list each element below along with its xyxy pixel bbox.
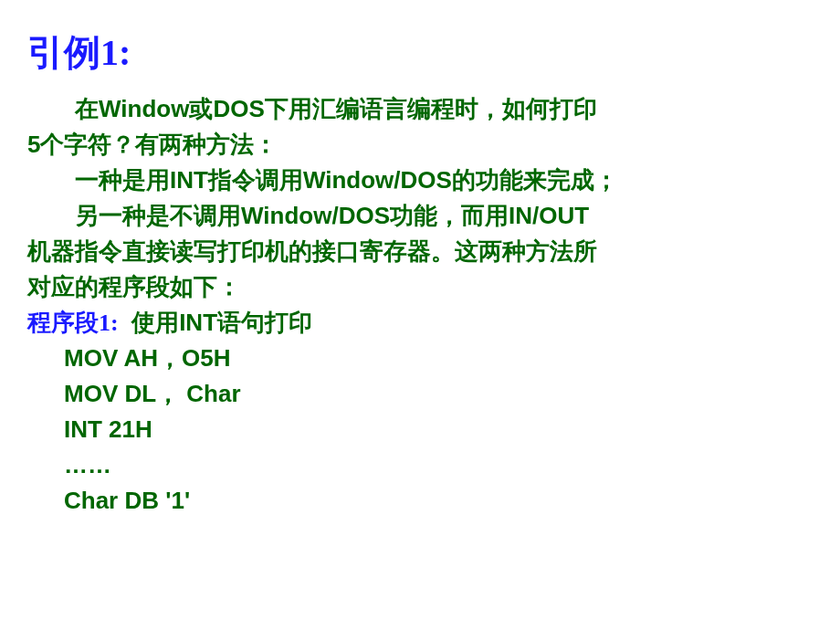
para3-line1: 另一种是不调用Window/DOS功能，而用IN/OUT (27, 198, 813, 234)
para1-line2: 5个字符？有两种方法： (27, 127, 813, 163)
section1-row: 程序段1: 使用INT语句打印 (27, 305, 813, 341)
para3-line3: 对应的程序段如下： (27, 269, 813, 305)
section1-desc: 使用INT语句打印 (131, 309, 312, 336)
para3-line2: 机器指令直接读写打印机的接口寄存器。这两种方法所 (27, 234, 813, 269)
slide-title: 引例1: (27, 27, 813, 78)
code-line-2: MOV DL， Char (27, 376, 813, 412)
section1-label: 程序段1: (27, 310, 119, 336)
para2-line1: 一种是用INT指令调用Window/DOS的功能来完成； (27, 163, 813, 198)
code-line-5: Char DB '1' (27, 483, 813, 519)
code-line-1: MOV AH，O5H (27, 341, 813, 376)
para1-line1: 在Window或DOS下用汇编语言编程时，如何打印 (27, 91, 813, 127)
code-line-4: …… (27, 447, 813, 483)
slide-body: 在Window或DOS下用汇编语言编程时，如何打印 5个字符？有两种方法： 一种… (27, 91, 813, 519)
code-line-3: INT 21H (27, 412, 813, 447)
